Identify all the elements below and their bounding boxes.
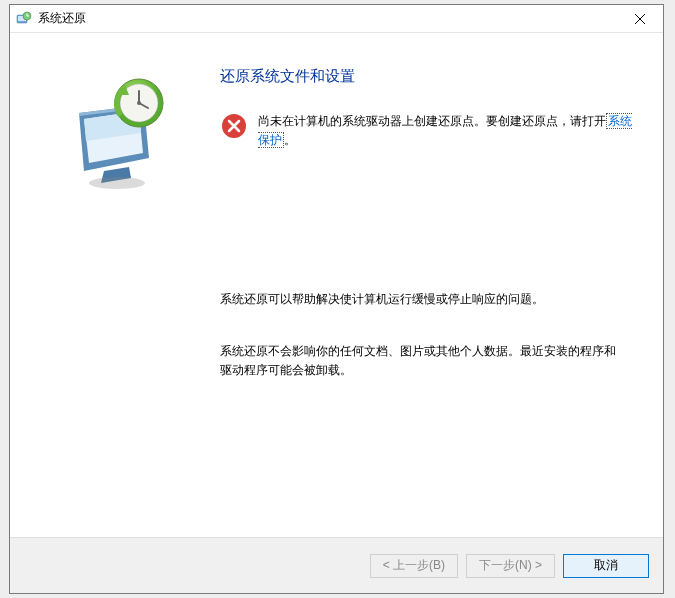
system-restore-icon [16, 11, 32, 27]
sidebar-panel [10, 33, 200, 537]
cancel-button[interactable]: 取消 [563, 554, 649, 578]
back-button: < 上一步(B) [370, 554, 458, 578]
system-restore-dialog: 系统还原 [9, 4, 664, 594]
footer-bar: < 上一步(B) 下一步(N) > 取消 [10, 537, 663, 593]
error-suffix: 。 [284, 133, 296, 147]
info-paragraph-1: 系统还原可以帮助解决使计算机运行缓慢或停止响应的问题。 [220, 290, 635, 309]
page-heading: 还原系统文件和设置 [220, 67, 635, 86]
error-text: 尚未在计算机的系统驱动器上创建还原点。要创建还原点，请打开系统保护。 [258, 112, 635, 150]
close-button[interactable] [617, 5, 663, 33]
window-title: 系统还原 [38, 10, 86, 27]
error-prefix: 尚未在计算机的系统驱动器上创建还原点。要创建还原点，请打开 [258, 114, 606, 128]
main-panel: 还原系统文件和设置 尚未在计算机的系统驱动器上创建还原点。要创建还原点，请打开系… [200, 33, 663, 537]
error-message-row: 尚未在计算机的系统驱动器上创建还原点。要创建还原点，请打开系统保护。 [220, 112, 635, 150]
info-paragraph-2: 系统还原不会影响你的任何文档、图片或其他个人数据。最近安装的程序和驱动程序可能会… [220, 342, 635, 380]
restore-illustration-icon [49, 63, 177, 191]
next-button: 下一步(N) > [466, 554, 555, 578]
content-area: 还原系统文件和设置 尚未在计算机的系统驱动器上创建还原点。要创建还原点，请打开系… [10, 33, 663, 537]
svg-point-8 [137, 101, 141, 105]
svg-point-3 [89, 177, 145, 189]
error-icon [220, 112, 248, 140]
titlebar: 系统还原 [10, 5, 663, 33]
